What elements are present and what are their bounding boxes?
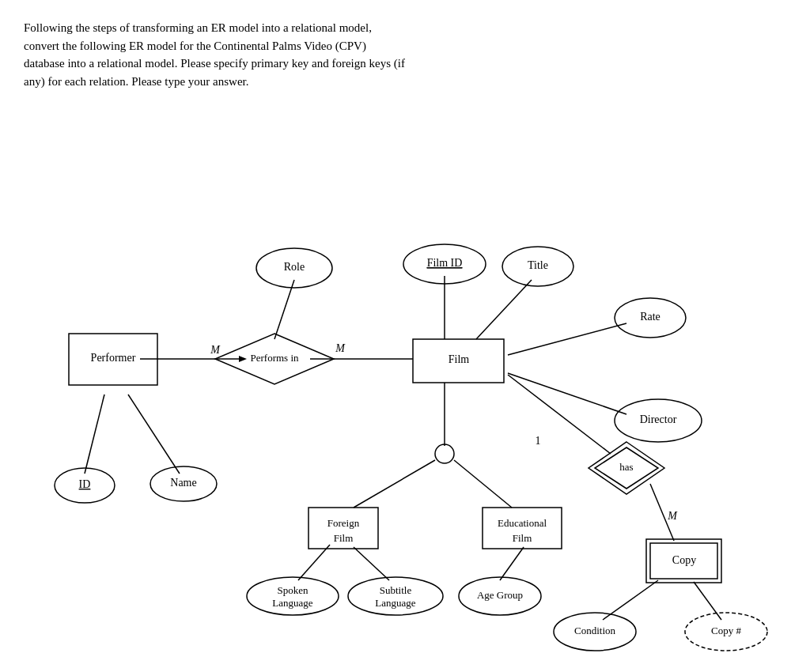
title-label: Title [528, 259, 548, 271]
foreign-film-label2: Film [334, 532, 354, 544]
id-label: ID [79, 478, 91, 490]
rate-label: Rate [640, 311, 660, 323]
er-diagram: Role Film ID Title Rate Director Perform… [25, 114, 785, 604]
one-label: 1 [536, 435, 541, 447]
age-group-label: Age Group [477, 589, 523, 601]
m-label-left: M [210, 344, 221, 356]
svg-line-8 [85, 395, 104, 474]
performs-in-label: Performs in [250, 352, 299, 364]
has-label: has [619, 461, 633, 473]
svg-line-9 [128, 395, 180, 474]
spoken-lang-label: Spoken [278, 584, 309, 596]
svg-line-7 [508, 373, 626, 414]
role-label: Role [284, 261, 305, 273]
subtitle-lang-label: Subtitle [380, 584, 412, 596]
educational-film-label2: Film [513, 532, 532, 544]
spoken-lang-label2: Language [272, 597, 312, 609]
foreign-film-label: Foreign [327, 517, 360, 529]
subtitle-lang-label2: Language [375, 597, 415, 609]
m-label-copy: M [667, 510, 678, 522]
svg-line-12 [354, 460, 435, 508]
filmid-label: Film ID [427, 257, 463, 269]
director-label: Director [640, 413, 677, 425]
svg-line-6 [508, 323, 626, 355]
film-label: Film [449, 353, 470, 365]
description-text: Following the steps of transforming an E… [24, 19, 577, 90]
svg-point-11 [435, 444, 454, 463]
performer-label: Performer [91, 352, 136, 364]
svg-line-13 [454, 460, 512, 508]
copy-label: Copy [672, 554, 696, 566]
svg-line-17 [508, 375, 611, 454]
svg-line-5 [476, 280, 532, 339]
svg-line-15 [354, 547, 389, 580]
educational-film-label: Educational [498, 517, 547, 529]
condition-label: Condition [574, 625, 616, 636]
svg-line-16 [500, 547, 524, 580]
svg-line-14 [298, 545, 330, 580]
svg-line-20 [694, 582, 721, 620]
svg-marker-1 [239, 356, 247, 362]
svg-line-3 [274, 280, 294, 339]
name-label: Name [170, 477, 196, 489]
copy-hash-label: Copy # [711, 625, 741, 636]
m-label-right: M [335, 342, 346, 354]
